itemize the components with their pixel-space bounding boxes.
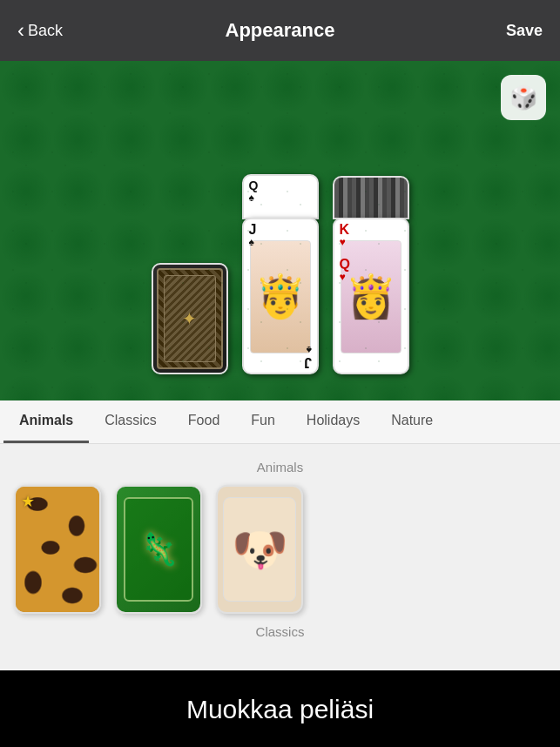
leopard-background: ★ (16, 487, 99, 612)
card-q-rank-suit-lower: Q ♥ (340, 258, 350, 282)
bottom-text: Muokkaa peliäsi (186, 695, 374, 724)
tab-nature[interactable]: Nature (375, 400, 449, 443)
classics-section-label: Classics (0, 624, 560, 639)
card-k-face: K ♥ Q ♥ 👸 (333, 218, 409, 374)
card-striped-back (333, 176, 409, 219)
card-q-peek: Q ♠ (242, 174, 319, 219)
save-button[interactable]: Save (506, 22, 543, 40)
card-q-rank: Q (249, 179, 312, 192)
game-preview-area: 🎲 ✦ Q ♠ J ♠ (0, 61, 560, 400)
card-striped-inner (334, 178, 408, 218)
card-facedown: ✦ (152, 263, 228, 374)
card-stack-1: ✦ (152, 263, 228, 374)
pug-icon: 🐶 (232, 523, 288, 576)
card-stack-3: K ♥ Q ♥ 👸 (333, 176, 409, 374)
content-area: Animals ★ 🦎 🐶 Classics (0, 444, 560, 670)
card-q-suit: ♠ (249, 192, 312, 204)
cards-preview: ✦ Q ♠ J ♠ J ♠ (152, 174, 409, 374)
star-badge: ★ (21, 492, 35, 511)
dice-button[interactable]: 🎲 (501, 75, 546, 120)
tab-food[interactable]: Food (172, 400, 235, 443)
pug-inner: 🐶 (223, 497, 296, 602)
card-thumb-leopard[interactable]: ★ (14, 485, 101, 614)
back-label: Back (28, 22, 63, 40)
header: Back Appearance Save (0, 0, 560, 61)
card-thumb-gecko[interactable]: 🦎 (115, 485, 202, 614)
card-thumbs-row: ★ 🦎 🐶 (0, 485, 560, 614)
chevron-left-icon (17, 18, 24, 43)
dice-icon: 🎲 (509, 84, 537, 111)
card-j-rank-suit-bottom: J ♠ (304, 345, 312, 369)
card-k-rank-suit: K ♥ (340, 223, 350, 247)
card-inner-pattern: ✦ (164, 275, 216, 362)
tabs-row: Animals Classics Food Fun Holidays Natur… (0, 400, 560, 443)
tab-classics[interactable]: Classics (89, 400, 172, 443)
card-pattern-symbol: ✦ (182, 308, 197, 329)
card-thumb-pug[interactable]: 🐶 (216, 485, 303, 614)
animals-section-label: Animals (0, 460, 560, 474)
card-j-art: 🤴 (250, 240, 311, 353)
page-title: Appearance (226, 19, 335, 42)
card-j-face: J ♠ J ♠ 🤴 (242, 218, 319, 374)
gecko-icon: 🦎 (139, 531, 179, 568)
card-k-art: 👸 (341, 240, 401, 353)
card-stack-2: Q ♠ J ♠ J ♠ 🤴 (242, 174, 319, 374)
back-button[interactable]: Back (17, 18, 63, 43)
tab-holidays[interactable]: Holidays (291, 400, 375, 443)
gecko-inner: 🦎 (124, 497, 193, 602)
card-j-rank-suit: J ♠ (249, 223, 257, 247)
card-pattern: ✦ (157, 268, 223, 369)
bottom-bar: Muokkaa peliäsi (0, 670, 560, 747)
tab-animals[interactable]: Animals (3, 400, 89, 443)
tab-fun[interactable]: Fun (235, 400, 291, 443)
tabs-container: Animals Classics Food Fun Holidays Natur… (0, 400, 560, 444)
